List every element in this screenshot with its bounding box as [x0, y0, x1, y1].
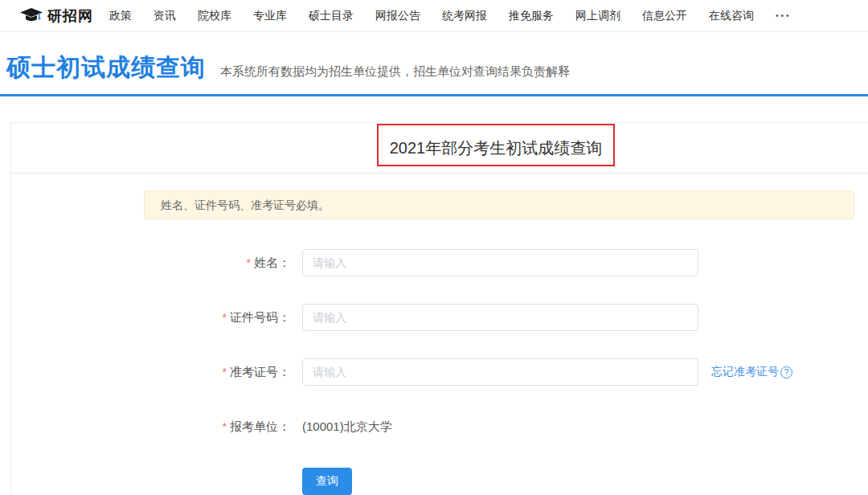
card-title: 2021年部分考生初试成绩查询: [390, 137, 603, 159]
card-header: 2021年部分考生初试成绩查询: [11, 123, 868, 174]
nav-item-masters-catalog[interactable]: 硕士目录: [309, 9, 354, 23]
id-number-input[interactable]: [302, 304, 698, 331]
page-title: 硕士初试成绩查询: [6, 51, 206, 84]
target-institution-row: *报考单位： (10001)北京大学: [11, 413, 868, 440]
required-asterisk: *: [223, 366, 227, 378]
nav-item-news[interactable]: 资讯: [154, 9, 176, 23]
admission-ticket-input[interactable]: [302, 358, 698, 386]
target-institution-value: (10001)北京大学: [302, 419, 392, 435]
submit-row: 查询: [302, 468, 868, 495]
blue-divider: [0, 94, 868, 96]
graduation-cap-icon: [20, 8, 43, 23]
nav-item-policy[interactable]: 政策: [109, 9, 132, 23]
admission-ticket-row: *准考证号： 忘记准考证号?: [11, 358, 868, 386]
nav-item-info-disclosure[interactable]: 信息公开: [642, 9, 687, 23]
main-menu: 政策 资讯 院校库 专业库 硕士目录 网报公告 统考网报 推免服务 网上调剂 信…: [109, 9, 792, 23]
site-logo[interactable]: 研招网: [20, 6, 93, 26]
required-asterisk: *: [223, 311, 227, 324]
forgot-ticket-link[interactable]: 忘记准考证号?: [711, 365, 792, 379]
nav-item-online-adjustment[interactable]: 网上调剂: [575, 9, 620, 23]
nav-item-registration-notice[interactable]: 网报公告: [375, 9, 420, 23]
logo-text: 研招网: [47, 6, 93, 26]
name-row: *姓名：: [11, 249, 868, 276]
top-nav: 研招网 政策 资讯 院校库 专业库 硕士目录 网报公告 统考网报 推免服务 网上…: [0, 0, 868, 32]
id-number-row: *证件号码：: [11, 304, 868, 331]
nav-item-exemption-service[interactable]: 推免服务: [509, 9, 554, 23]
query-card: 2021年部分考生初试成绩查询 姓名、证件号码、准考证号必填。 *姓名： *证件…: [10, 122, 868, 495]
card-body: 姓名、证件号码、准考证号必填。 *姓名： *证件号码：: [11, 174, 868, 495]
page-header: 硕士初试成绩查询 本系统所有数据均为招生单位提供，招生单位对查询结果负责解释: [0, 32, 868, 94]
required-fields-alert: 姓名、证件号码、准考证号必填。: [144, 190, 854, 219]
page-subtitle: 本系统所有数据均为招生单位提供，招生单位对查询结果负责解释: [220, 64, 570, 80]
score-query-form: *姓名： *证件号码： *准考证号：: [11, 249, 868, 495]
nav-item-college-library[interactable]: 院校库: [198, 9, 231, 23]
help-circle-icon[interactable]: ?: [780, 366, 792, 378]
admission-ticket-label: *准考证号：: [11, 365, 290, 380]
id-number-label: *证件号码：: [11, 310, 290, 325]
more-menu-dots-icon[interactable]: •••: [776, 11, 792, 20]
query-button[interactable]: 查询: [302, 468, 352, 495]
name-input[interactable]: [302, 249, 698, 276]
required-asterisk: *: [223, 420, 227, 433]
required-asterisk: *: [247, 256, 251, 269]
target-institution-label: *报考单位：: [11, 419, 290, 435]
name-label: *姓名：: [11, 256, 290, 271]
nav-item-major-library[interactable]: 专业库: [253, 9, 287, 23]
nav-item-unified-exam-register[interactable]: 统考网报: [442, 9, 487, 23]
nav-item-online-consultation[interactable]: 在线咨询: [709, 9, 754, 23]
